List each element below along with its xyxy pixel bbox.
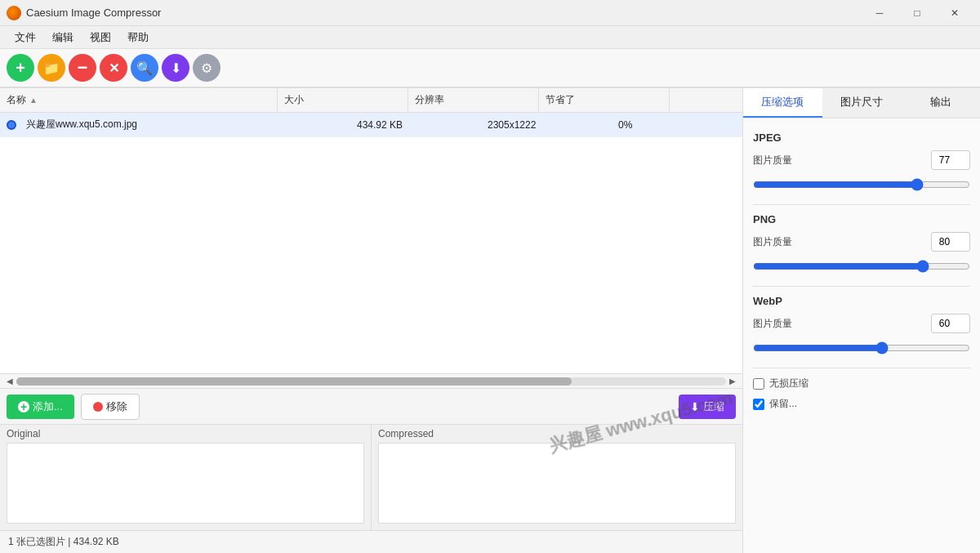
titlebar: Caesium Image Compressor ─ □ ✕	[0, 0, 980, 26]
scroll-track[interactable]	[16, 377, 726, 386]
statusbar: 1 张已选图片 | 434.92 KB	[0, 530, 742, 553]
minimize-button[interactable]: ─	[861, 0, 898, 26]
app-icon	[7, 6, 21, 20]
remove-button[interactable]: −	[69, 54, 96, 82]
right-panel: 压缩选项 图片尺寸 输出 JPEG 图片质量 PNG 图片质量	[743, 88, 980, 553]
png-quality-label: 图片质量	[753, 235, 931, 249]
folder-button[interactable]: 📁	[38, 54, 65, 82]
toolbar: + 📁 − ✕ 🔍 ⬇ ⚙	[0, 49, 980, 88]
compress-button[interactable]: ⬇ 压缩	[679, 395, 736, 419]
download-icon: ⬇	[171, 60, 181, 76]
menu-help[interactable]: 帮助	[119, 27, 157, 48]
add-button[interactable]: +	[7, 54, 34, 82]
row-status-icon	[3, 120, 20, 130]
plus-icon: +	[16, 59, 25, 78]
png-quality-row: 图片质量	[753, 232, 970, 252]
status-text: 1 张已选图片 | 434.92 KB	[8, 535, 119, 549]
scroll-left-arrow[interactable]: ◀	[3, 377, 16, 386]
download-button[interactable]: ⬇	[162, 54, 189, 82]
scroll-thumb[interactable]	[16, 377, 572, 386]
scroll-right-arrow[interactable]: ▶	[726, 377, 739, 386]
tab-output[interactable]: 输出	[901, 88, 980, 118]
compressed-preview-box	[378, 443, 736, 524]
filelist-rows: 兴趣屋www.xqu5.com.jpg 434.92 KB 2305x1222 …	[0, 113, 742, 373]
menubar: 文件 编辑 视图 帮助	[0, 26, 980, 49]
compress-icon: ⬇	[690, 400, 700, 413]
preview-area: Original Compressed	[0, 424, 742, 530]
original-preview: Original	[0, 425, 371, 530]
folder-icon: 📁	[43, 60, 60, 76]
table-row[interactable]: 兴趣屋www.xqu5.com.jpg 434.92 KB 2305x1222 …	[0, 113, 742, 137]
png-section-title: PNG	[753, 213, 970, 225]
row-resolution: 2305x1222	[481, 119, 612, 131]
lossless-row: 无损压缩	[753, 377, 970, 390]
tabs: 压缩选项 图片尺寸 输出	[743, 88, 980, 118]
minus-icon: −	[78, 59, 88, 77]
compress-button-label: 压缩	[703, 399, 724, 414]
remove-files-button[interactable]: 移除	[81, 394, 140, 420]
row-size: 434.92 KB	[350, 119, 481, 131]
main-area: 名称 ▲ 大小 分辨率 节省了 兴趣屋www.xqu5.com.jpg 434.…	[0, 88, 980, 553]
png-quality-slider[interactable]	[753, 260, 970, 273]
row-saved: 0%	[612, 119, 742, 131]
webp-check-divider	[753, 368, 970, 368]
filelist-area: 名称 ▲ 大小 分辨率 节省了 兴趣屋www.xqu5.com.jpg 434.…	[0, 88, 743, 553]
jpeg-quality-input[interactable]	[931, 150, 970, 170]
compressed-preview: Compressed	[372, 425, 742, 530]
menu-file[interactable]: 文件	[7, 27, 44, 48]
original-preview-box	[7, 443, 364, 524]
hscrollbar[interactable]: ◀ ▶	[0, 373, 742, 388]
col-header-size: 大小	[278, 88, 408, 112]
jpeg-quality-row: 图片质量	[753, 150, 970, 170]
maximize-button[interactable]: □	[898, 0, 936, 26]
search-icon: 🔍	[136, 60, 153, 76]
jpeg-section-title: JPEG	[753, 132, 970, 144]
png-webp-divider	[753, 286, 970, 287]
settings-button[interactable]: ⚙	[193, 54, 220, 82]
close-button[interactable]: ✕	[936, 0, 973, 26]
add-files-button[interactable]: + 添加...	[7, 395, 74, 419]
jpeg-png-divider	[753, 204, 970, 205]
webp-quality-row: 图片质量	[753, 314, 970, 333]
original-label: Original	[0, 425, 371, 443]
png-quality-input[interactable]	[931, 232, 970, 252]
webp-quality-input[interactable]	[931, 314, 970, 333]
clear-button[interactable]: ✕	[100, 54, 127, 82]
bottom-action-bar: + 添加... 移除 ⬇ 压缩	[0, 388, 742, 424]
x-icon: ✕	[109, 60, 119, 76]
keep-row: 保留...	[753, 397, 970, 411]
add-button-label: 添加...	[33, 399, 63, 414]
col-header-resolution: 分辨率	[408, 88, 539, 112]
remove-dot-icon	[93, 402, 103, 412]
compressed-label: Compressed	[372, 425, 742, 443]
jpeg-quality-label: 图片质量	[753, 154, 931, 167]
webp-quality-label: 图片质量	[753, 317, 931, 331]
app-title: Caesium Image Compressor	[26, 7, 861, 19]
search-button[interactable]: 🔍	[131, 54, 158, 82]
keep-checkbox[interactable]	[753, 399, 764, 410]
col-header-name: 名称 ▲	[0, 88, 278, 112]
filelist-header: 名称 ▲ 大小 分辨率 节省了	[0, 88, 742, 113]
gear-icon: ⚙	[201, 60, 212, 76]
sort-icon: ▲	[29, 96, 38, 105]
add-circle-icon: +	[18, 401, 29, 413]
remove-button-label: 移除	[106, 399, 127, 414]
options-panel: JPEG 图片质量 PNG 图片质量 WebP 图片质量	[743, 118, 980, 553]
tab-image-size[interactable]: 图片尺寸	[822, 88, 902, 118]
jpeg-quality-slider[interactable]	[753, 178, 970, 191]
row-filename: 兴趣屋www.xqu5.com.jpg	[20, 118, 350, 132]
col-header-saved: 节省了	[539, 88, 670, 112]
lossless-label[interactable]: 无损压缩	[769, 377, 808, 390]
window-controls: ─ □ ✕	[861, 0, 973, 26]
keep-label[interactable]: 保留...	[769, 397, 797, 411]
webp-quality-slider[interactable]	[753, 341, 970, 355]
status-dot	[7, 120, 16, 130]
menu-edit[interactable]: 编辑	[44, 27, 82, 48]
lossless-checkbox[interactable]	[753, 378, 764, 390]
tab-compress-options[interactable]: 压缩选项	[743, 88, 822, 118]
menu-view[interactable]: 视图	[82, 27, 119, 48]
webp-section-title: WebP	[753, 295, 970, 307]
